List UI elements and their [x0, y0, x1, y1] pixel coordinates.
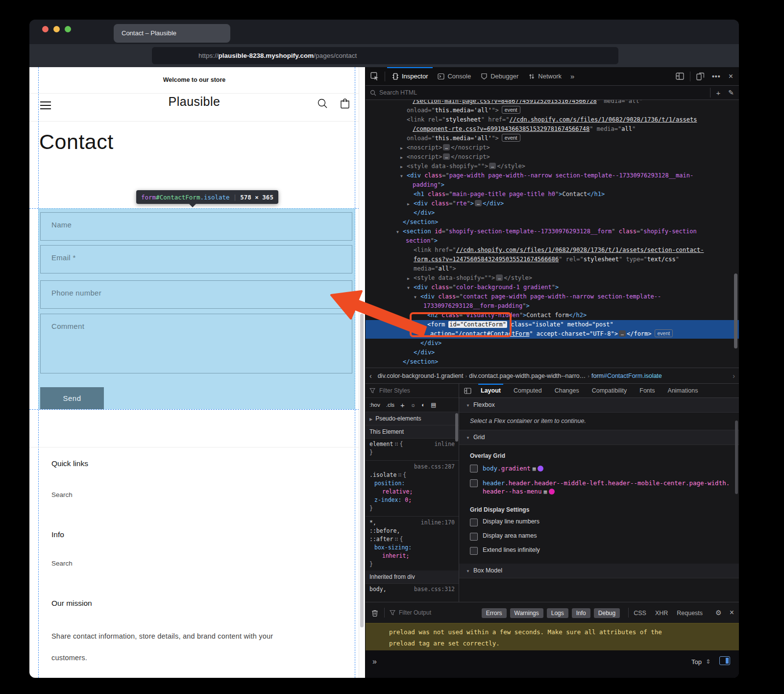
console-filter-warnings[interactable]: Warnings [510, 608, 543, 618]
console-filter-logs[interactable]: Logs [547, 608, 568, 618]
add-rule-icon[interactable]: + [400, 401, 405, 409]
markup-tree-row[interactable]: ▼<section id="shopify-section-template--… [366, 227, 739, 236]
tab-debugger[interactable]: Debugger [476, 67, 523, 85]
breadcrumb-forward-icon[interactable]: › [733, 372, 735, 380]
console-filter-css[interactable]: CSS [634, 610, 646, 617]
rule-source-link[interactable]: inline:170 [421, 519, 455, 526]
grid-overlay-selector[interactable]: body.gradient▦ [483, 464, 543, 473]
markup-tree-row[interactable]: onload="this.media='all'">event [366, 106, 739, 115]
markup-tree-row[interactable]: /component-rte.css?v=6991943663851532978… [366, 124, 739, 134]
split-console-icon[interactable] [672, 73, 688, 80]
markup-tree-row[interactable]: ▼<div class="color-background-1 gradient… [366, 283, 739, 292]
browser-tab[interactable]: Contact – Plausible [114, 24, 230, 43]
console-filter-xhr[interactable]: XHR [655, 610, 668, 617]
tab-console[interactable]: Console [433, 67, 476, 85]
markup-tree-row[interactable]: ▶<style data-shopify="">…</style> [366, 273, 739, 283]
grid-setting-checkbox[interactable] [470, 547, 478, 555]
expand-arrows-icon[interactable]: » [372, 657, 376, 666]
css-rule-line[interactable]: element∷{inline [366, 441, 459, 449]
markup-tree-row[interactable]: <link rel="stylesheet" href="//cdn.shopi… [366, 115, 739, 124]
expand-sidebar-icon[interactable] [459, 388, 474, 394]
markup-tree-row[interactable]: 17330976293128__form-padding"> [366, 301, 739, 311]
markup-tree-row[interactable]: ▶<div class="rte">…</div> [366, 199, 739, 208]
close-devtools-icon[interactable]: × [725, 72, 739, 81]
print-sim-icon[interactable]: ▤ [431, 401, 436, 408]
console-filter-info[interactable]: Info [572, 608, 590, 618]
hover-pseudo-button[interactable]: :hov [369, 402, 380, 408]
grid-setting-checkbox[interactable] [470, 519, 478, 526]
tab-fonts[interactable]: Fonts [633, 384, 661, 397]
markup-tree-row[interactable]: </div> [366, 348, 739, 357]
page-scrollbar-thumb[interactable] [360, 314, 364, 627]
email-field[interactable]: Email * [40, 245, 352, 273]
page-scrollbar[interactable] [359, 67, 365, 678]
split-console-toggle-icon[interactable] [719, 656, 730, 665]
twisty-collapsed-icon[interactable]: ▶ [407, 274, 410, 283]
console-filter-debug[interactable]: Debug [594, 608, 620, 618]
markup-tree-row[interactable]: <link href="//cdn.shopify.com/s/files/1/… [366, 246, 739, 255]
markup-tree-row[interactable]: media="all"> [366, 264, 739, 273]
markup-tree-row[interactable]: ▶<noscript>…</noscript> [366, 143, 739, 152]
twisty-collapsed-icon[interactable]: ▶ [400, 153, 403, 162]
url-bar[interactable]: https://plausible-8238.myshopify.com/pag… [152, 47, 618, 64]
tab-computed[interactable]: Computed [507, 384, 548, 397]
css-rule-line[interactable]: } [366, 561, 459, 569]
breadcrumb-item-active[interactable]: form#ContactForm.isolate [591, 372, 662, 379]
responsive-design-icon[interactable] [692, 73, 708, 80]
markup-tree-row[interactable]: ▼<div class="page-width page-width--narr… [366, 171, 739, 180]
comment-field[interactable]: Comment [40, 314, 352, 373]
clear-console-icon[interactable] [366, 609, 382, 617]
tab-compatibility[interactable]: Compatibility [586, 384, 634, 397]
grid-overlay-checkbox[interactable] [470, 465, 478, 472]
phone-field[interactable]: Phone number [40, 280, 352, 309]
dark-theme-sim-icon[interactable]: ◐ [421, 402, 425, 408]
layout-scrollbar-thumb[interactable] [735, 421, 738, 494]
grid-overlay-selector[interactable]: header.header.header--middle-left.header… [483, 479, 732, 496]
markup-tree-row[interactable]: </section> [366, 357, 739, 367]
twisty-expanded-icon[interactable]: ▼ [400, 172, 403, 181]
pick-element-icon[interactable] [366, 72, 383, 80]
markup-tree-row[interactable]: /section-main-page.css?v=848677459125201… [366, 100, 739, 106]
tab-inspector[interactable]: Inspector [387, 67, 433, 85]
frame-selector[interactable]: Top [691, 658, 702, 666]
css-rule-line[interactable]: ::before, [366, 527, 459, 536]
css-rule-line[interactable]: } [366, 449, 459, 457]
css-rule-line[interactable]: relative; [366, 488, 459, 496]
css-rule-line[interactable]: position: [366, 480, 459, 488]
markup-tree-row[interactable]: padding"> [366, 180, 739, 190]
close-window-button[interactable] [42, 26, 49, 32]
css-rule-line[interactable]: .isolate∷{ [366, 471, 459, 480]
markup-tree-row[interactable]: ▶<style data-shopify="">…</style> [366, 162, 739, 171]
meatball-menu-icon[interactable]: ••• [708, 73, 725, 80]
markup-tree-row[interactable]: ▼<div class="contact page-width page-wid… [366, 292, 739, 301]
more-tabs-icon[interactable]: » [566, 72, 578, 80]
markup-tree-row[interactable]: section"> [366, 236, 739, 246]
rule-source-link[interactable]: base.css:312 [414, 586, 455, 593]
light-theme-sim-icon[interactable]: ☼ [411, 402, 416, 408]
maximize-window-button[interactable] [65, 26, 71, 32]
css-rule-line[interactable]: z-index: 0; [366, 496, 459, 505]
footer-link-search[interactable]: Search [51, 491, 73, 498]
markup-tree-row[interactable]: form.css?v=12475605843249503552167456668… [366, 255, 739, 264]
console-filter-errors[interactable]: Errors [482, 608, 507, 618]
console-filter-requests[interactable]: Requests [677, 610, 703, 617]
twisty-collapsed-icon[interactable]: ▶ [400, 144, 403, 153]
grid-highlight-icon[interactable]: ▦ [533, 466, 536, 472]
css-rule-line[interactable]: base.css:287 [366, 463, 459, 471]
console-settings-icon[interactable]: ⚙ [711, 609, 726, 617]
css-rule-line[interactable]: box-sizing: [366, 544, 459, 552]
footer-link-search-2[interactable]: Search [51, 560, 73, 567]
twisty-collapsed-icon[interactable]: ▶ [407, 199, 410, 209]
rule-source-link[interactable]: base.css:287 [414, 463, 455, 470]
markup-tree-row[interactable]: </div> [366, 208, 739, 218]
grid-setting-checkbox[interactable] [470, 533, 478, 541]
twisty-expanded-icon[interactable]: ▼ [407, 283, 410, 293]
twisty-expanded-icon[interactable]: ▼ [396, 227, 399, 237]
search-html-input[interactable]: Search HTML [379, 89, 417, 96]
markup-scrollbar-thumb[interactable] [734, 273, 737, 348]
grid-highlight-icon[interactable]: ▦ [543, 489, 547, 495]
box-model-section[interactable]: ▼Box Model [459, 564, 739, 578]
tab-animations[interactable]: Animations [662, 384, 705, 397]
markup-tree-row[interactable]: onload="this.media='all'">event [366, 134, 739, 143]
css-rule-line[interactable]: inherit; [366, 552, 459, 561]
